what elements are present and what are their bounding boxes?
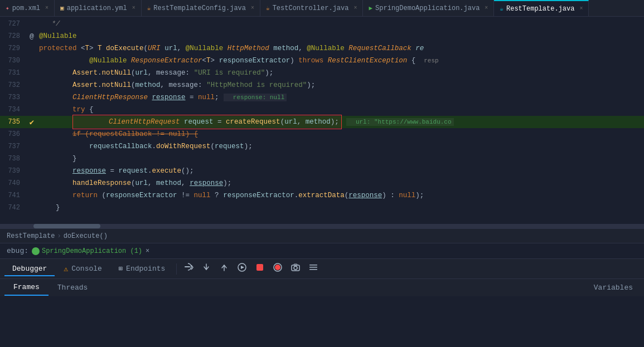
line-content-727: */ bbox=[37, 18, 644, 30]
svg-rect-8 bbox=[309, 265, 317, 266]
debugger-toolbar: Debugger ⚠ Console ⊞ Endpoints bbox=[0, 258, 644, 278]
line-num-730: 730 bbox=[0, 57, 27, 65]
endpoints-tab-label: Endpoints bbox=[126, 265, 165, 273]
code-line-735: 735 ✔ ClientHttpRequest request = create… bbox=[0, 116, 644, 128]
tab-frames[interactable]: Frames bbox=[4, 280, 49, 296]
code-line-733: 733 ClientHttpResponse response = null; … bbox=[0, 91, 644, 104]
gutter-735: ✔ bbox=[27, 118, 37, 127]
line-num-740: 740 bbox=[0, 179, 27, 187]
line-num-728: 728 bbox=[0, 32, 27, 40]
tab-label: TestController.java bbox=[273, 4, 349, 12]
tab-close-resttemplate[interactable]: × bbox=[579, 6, 583, 12]
svg-rect-9 bbox=[309, 267, 317, 268]
line-content-740: handleResponse(url, method, response); bbox=[37, 177, 644, 189]
tab-label: RestTemplate.java bbox=[506, 5, 574, 13]
tab-test-controller[interactable]: ☕ TestController.java × bbox=[260, 0, 363, 16]
tab-threads[interactable]: Threads bbox=[49, 280, 97, 295]
code-line-737: 737 requestCallback.doWithRequest(reques… bbox=[0, 140, 644, 153]
line-content-729: protected <T> T doExecute(URI url, @Null… bbox=[37, 42, 644, 55]
session-name: SpringDemoApplication (1) bbox=[42, 247, 142, 255]
breadcrumb-method: doExecute() bbox=[64, 232, 108, 240]
code-lines: 727 */ 728 @ @Nullable 729 protected <T>… bbox=[0, 17, 644, 214]
code-line-738: 738 } bbox=[0, 153, 644, 165]
tab-application[interactable]: ▣ application.yml × bbox=[55, 0, 142, 16]
code-line-740: 740 handleResponse(url, method, response… bbox=[0, 177, 644, 189]
tab-label: SpringDemoApplication.java bbox=[375, 4, 480, 12]
cameras-button[interactable] bbox=[287, 260, 304, 277]
line-num-733: 733 bbox=[0, 94, 27, 101]
resume-button[interactable] bbox=[234, 260, 250, 277]
line-num-737: 737 bbox=[0, 143, 27, 150]
tab-label: application.yml bbox=[67, 4, 127, 12]
variables-section: Variables bbox=[583, 284, 644, 292]
console-tab-label: Console bbox=[71, 265, 102, 273]
line-num-731: 731 bbox=[0, 69, 27, 77]
line-content-742: } bbox=[37, 202, 644, 214]
code-line-741: 741 return (responseExtractor != null ? … bbox=[0, 189, 644, 202]
tab-bar: ✦ pom.xml × ▣ application.yml × ☕ RestTe… bbox=[0, 0, 644, 17]
endpoints-icon: ⊞ bbox=[119, 265, 123, 273]
tab-close-testctrl[interactable]: × bbox=[354, 5, 357, 11]
line-num-742: 742 bbox=[0, 204, 27, 212]
step-out-button[interactable] bbox=[216, 260, 233, 277]
line-num-734: 734 bbox=[0, 106, 27, 114]
tab-pom[interactable]: ✦ pom.xml × bbox=[0, 0, 55, 16]
toolbar-separator-1 bbox=[176, 263, 177, 275]
tab-rest-template[interactable]: ☕ RestTemplate.java × bbox=[494, 0, 589, 16]
tab-close-rtconfig[interactable]: × bbox=[251, 5, 254, 11]
threads-tab-label: Threads bbox=[57, 284, 88, 292]
java-icon-2: ☕ bbox=[266, 4, 270, 12]
line-content-731: Assert.notNull(url, message: "URI is req… bbox=[37, 67, 644, 79]
tab-close-pom[interactable]: × bbox=[45, 5, 49, 11]
variables-label: Variables bbox=[594, 284, 633, 292]
line-content-739: response = request.execute(); bbox=[37, 165, 644, 177]
tab-label: RestTemplateConfig.java bbox=[153, 4, 246, 12]
xml-icon: ✦ bbox=[6, 4, 9, 12]
editor-area: 727 */ 728 @ @Nullable 729 protected <T>… bbox=[0, 17, 644, 228]
java-icon-3: ▶ bbox=[369, 4, 372, 12]
tab-spring-demo[interactable]: ▶ SpringDemoApplication.java × bbox=[363, 0, 494, 16]
record-button[interactable] bbox=[269, 260, 286, 277]
tab-close-application[interactable]: × bbox=[132, 5, 135, 11]
line-content-735: ClientHttpRequest request = createReques… bbox=[37, 102, 644, 141]
line-content-730: @Nullable ResponseExtractor<T> responseE… bbox=[37, 55, 644, 67]
svg-rect-10 bbox=[309, 269, 317, 270]
line-num-732: 732 bbox=[0, 81, 27, 89]
code-line-731: 731 Assert.notNull(url, message: "URI is… bbox=[0, 67, 644, 79]
tab-debugger[interactable]: Debugger bbox=[4, 261, 55, 276]
step-into-button[interactable] bbox=[198, 260, 215, 277]
line-num-727: 727 bbox=[0, 20, 27, 28]
line-content-741: return (responseExtractor != null ? resp… bbox=[37, 189, 644, 202]
debug-session-bar: ebug: SpringDemoApplication (1) × bbox=[0, 243, 644, 258]
tab-close-springdemo[interactable]: × bbox=[485, 5, 488, 11]
stop-button[interactable] bbox=[251, 260, 268, 277]
session-running-icon bbox=[32, 247, 40, 255]
frames-tab-label: Frames bbox=[13, 283, 40, 291]
yml-icon: ▣ bbox=[60, 4, 64, 12]
debug-session: SpringDemoApplication (1) bbox=[32, 247, 142, 255]
more-button[interactable] bbox=[305, 260, 322, 277]
session-close-button[interactable]: × bbox=[146, 247, 149, 255]
line-content-728: @Nullable bbox=[37, 30, 644, 42]
breadcrumb-bar: RestTemplate › doExecute() bbox=[0, 228, 644, 243]
bottom-tabs: Frames Threads bbox=[0, 279, 583, 297]
java-icon-4: ☕ bbox=[500, 5, 503, 12]
step-over-button[interactable] bbox=[180, 260, 197, 277]
tab-console[interactable]: ⚠ Console bbox=[56, 261, 109, 277]
code-line-727: 727 */ bbox=[0, 18, 644, 30]
line-content-738: } bbox=[37, 153, 644, 165]
code-line-729: 729 protected <T> T doExecute(URI url, @… bbox=[0, 42, 644, 55]
line-num-738: 738 bbox=[0, 155, 27, 163]
horizontal-scrollbar[interactable] bbox=[0, 224, 644, 228]
breadcrumb-file: RestTemplate bbox=[7, 232, 55, 240]
bottom-tabs-bar: Frames Threads Variables bbox=[0, 278, 644, 296]
tab-rest-template-config[interactable]: ☕ RestTemplateConfig.java × bbox=[142, 0, 260, 16]
code-line-739: 739 response = request.execute(); bbox=[0, 165, 644, 177]
line-num-739: 739 bbox=[0, 167, 27, 175]
debug-label: ebug: bbox=[7, 247, 28, 255]
scrollbar-thumb[interactable] bbox=[33, 224, 100, 228]
code-line-728: 728 @ @Nullable bbox=[0, 30, 644, 42]
tab-endpoints[interactable]: ⊞ Endpoints bbox=[111, 261, 173, 276]
line-num-736: 736 bbox=[0, 130, 27, 138]
code-line-730: 730 @Nullable ResponseExtractor<T> respo… bbox=[0, 55, 644, 67]
